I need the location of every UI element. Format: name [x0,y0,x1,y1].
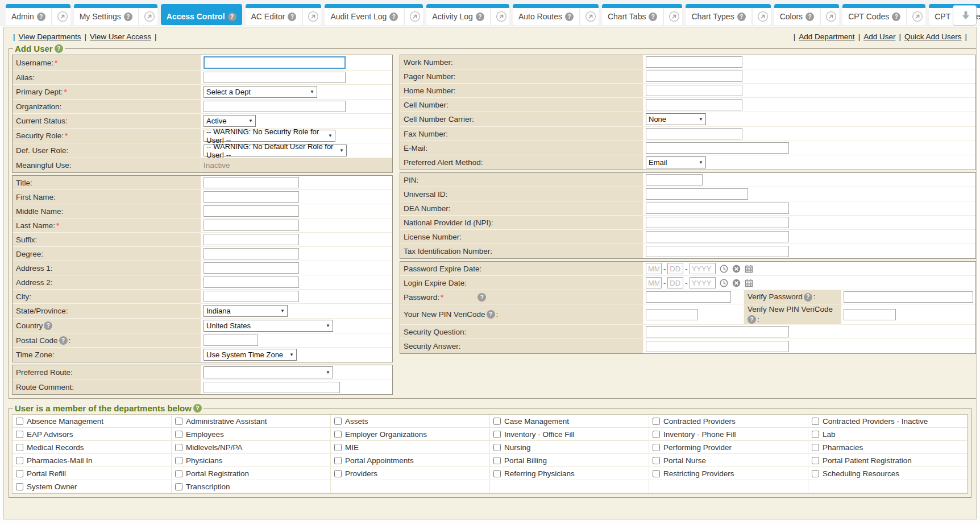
clock-icon[interactable] [720,265,728,273]
input-work-number[interactable] [646,56,742,68]
checkbox-portal-billing[interactable] [493,457,501,464]
input-pin[interactable] [646,174,703,185]
input-fax-number[interactable] [646,128,742,139]
input-postal-code[interactable] [204,335,258,346]
input-tax-identification-number[interactable] [646,246,789,257]
input-security-answer[interactable] [646,341,789,352]
link-add-user[interactable]: Add User [863,32,895,41]
select-primary-dept[interactable]: Select a Dept [204,86,317,98]
link-view-departments[interactable]: View Departments [19,32,81,41]
checkbox-physicians[interactable] [175,457,182,464]
tab-chart-types[interactable]: Chart Types [686,4,770,25]
checkbox-assets[interactable] [334,418,342,425]
checkbox-providers[interactable] [334,470,342,477]
help-icon[interactable] [748,315,756,324]
input-home-number[interactable] [646,85,742,96]
input-middle-name[interactable] [204,205,299,217]
link-view-user-access[interactable]: View User Access [90,32,151,41]
checkbox-portal-registration[interactable] [175,470,182,477]
checkbox-scheduling-resources[interactable] [812,470,819,477]
tab-admin[interactable]: Admin [6,4,70,25]
input-first-name[interactable] [204,191,299,203]
checkbox-pharmacies-mail-in[interactable] [16,457,23,464]
popout-button[interactable] [751,8,771,25]
checkbox-contracted-providers-inactive[interactable] [812,418,819,425]
tab-activity-log[interactable]: Activity Log [426,4,509,25]
input-verify-new-pin-vericode[interactable] [844,309,896,320]
checkbox-referring-physicians[interactable] [493,470,501,477]
clear-icon[interactable] [732,279,741,287]
select-cell-number-carrier[interactable]: None [646,113,706,125]
help-icon[interactable] [804,293,812,302]
tab-colors[interactable]: Colors [774,4,839,25]
select-country[interactable]: United States [204,320,333,332]
checkbox-portal-appointments[interactable] [334,457,342,464]
help-icon[interactable] [228,13,236,21]
tab-access-control[interactable]: Access Control [161,4,242,25]
checkbox-lab[interactable] [812,431,819,438]
tab-auto-routes[interactable]: Auto Routes [513,4,599,25]
input-password-expire-date-yyyy[interactable] [690,263,716,274]
input-login-expire-date-mm[interactable] [646,277,662,288]
popout-button[interactable] [820,8,839,25]
checkbox-portal-refill[interactable] [16,470,23,477]
input-password-expire-date-dd[interactable] [667,263,683,274]
tab-cpt-codes[interactable]: CPT Codes [842,4,925,25]
calendar-icon[interactable] [745,265,753,273]
checkbox-inventory-phone-fill[interactable] [653,431,660,438]
input-username[interactable] [204,56,346,69]
input-cell-number[interactable] [646,99,742,110]
clear-icon[interactable] [732,265,741,273]
checkbox-performing-provider[interactable] [653,444,660,451]
help-icon[interactable] [892,13,900,21]
checkbox-pharmacies[interactable] [812,444,819,451]
input-last-name[interactable] [204,220,299,231]
checkbox-midlevels-np-pa[interactable] [175,444,182,451]
popout-button[interactable] [490,8,509,25]
input-e-mail[interactable] [646,142,789,154]
input-suffix[interactable] [204,234,299,245]
checkbox-system-owner[interactable] [16,483,23,490]
select-preferred-route[interactable] [204,366,333,378]
input-alias[interactable] [204,72,346,83]
clock-icon[interactable] [720,279,728,287]
popout-button[interactable] [663,8,682,25]
input-verify-password[interactable] [844,291,973,303]
input-password[interactable] [646,291,731,303]
help-icon[interactable] [805,13,814,21]
input-route-comment[interactable] [204,382,340,393]
tab-audit-event-log[interactable]: Audit Event Log [325,4,423,25]
select-current-status[interactable]: Active [204,115,256,127]
tab-chart-tabs[interactable]: Chart Tabs [602,4,682,25]
select-preferred-alert-method[interactable]: Email [646,156,706,168]
input-national-provider-id-npi[interactable] [646,217,789,228]
tab-scroll-down-button[interactable] [953,5,977,26]
link-quick-add-users[interactable]: Quick Add Users [904,32,962,41]
tab-my-settings[interactable]: My Settings [74,4,157,25]
popout-button[interactable] [302,8,321,25]
select-time-zone[interactable]: Use System Time Zone [204,349,297,361]
checkbox-portal-patient-registration[interactable] [812,457,819,464]
checkbox-inventory-office-fill[interactable] [493,431,501,438]
input-universal-id[interactable] [646,188,748,200]
popout-button[interactable] [906,8,925,25]
checkbox-transcription[interactable] [175,483,182,490]
input-title[interactable] [204,177,299,188]
popout-button[interactable] [51,8,70,25]
help-icon[interactable] [44,321,52,330]
input-organization[interactable] [204,101,346,112]
popout-button[interactable] [579,8,599,25]
popout-button[interactable] [138,8,157,25]
select-security-role[interactable]: -- WARNING: No Security Role for User! -… [204,130,335,142]
help-icon[interactable] [389,13,398,21]
checkbox-administrative-assistant[interactable] [175,418,182,425]
help-icon[interactable] [55,44,63,53]
input-security-question[interactable] [646,326,789,337]
input-city[interactable] [204,291,299,302]
help-icon[interactable] [193,404,202,412]
help-icon[interactable] [487,310,495,319]
help-icon[interactable] [565,13,574,21]
checkbox-case-management[interactable] [493,418,501,425]
tab-ac-editor[interactable]: AC Editor [246,4,322,25]
checkbox-nursing[interactable] [493,444,501,451]
